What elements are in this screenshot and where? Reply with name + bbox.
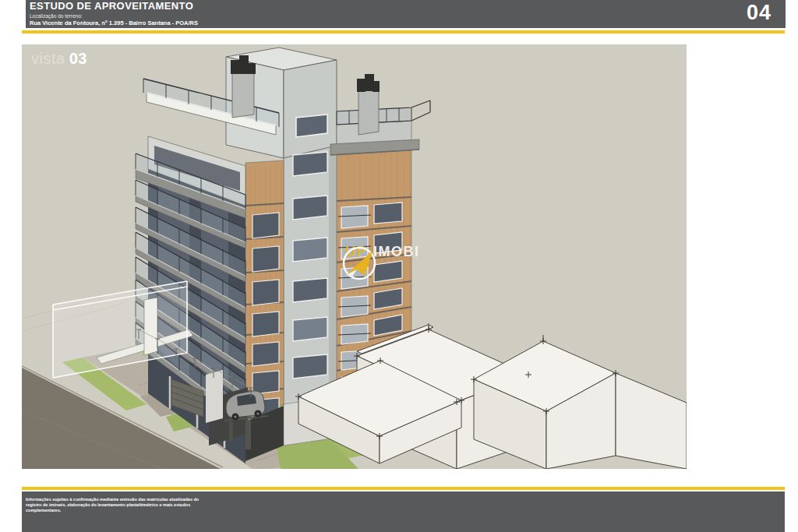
view-label: vista03 [31,50,87,68]
footer-disclaimer-line: complementares. [26,508,199,513]
yellow-divider-bottom [22,487,785,490]
view-label-number: 03 [69,50,87,67]
footer-disclaimer: Informações sujeitas à confirmação media… [26,497,199,513]
yellow-divider-top [22,30,785,33]
chimney-right [357,74,380,92]
render-viewport: vista03 UPIMOBI [22,44,687,469]
footer-disclaimer-line: registro de imóveis, elaboração do levan… [26,502,199,508]
footer-disclaimer-line: Informações sujeitas à confirmação media… [26,497,199,502]
header-bar: ESTUDO DE APROVEITAMENTO Localização do … [26,0,786,28]
footer-bar: Informações sujeitas à confirmação media… [22,491,785,532]
arrow-circle-icon [340,244,379,283]
brand-name-secondary: IMOBI [373,244,420,259]
tower-window [296,115,327,137]
brand-watermark: UPIMOBI [340,244,420,260]
location-value: Rua Vicente da Fontoura, nº 1.395 - Bair… [30,19,198,26]
view-label-prefix: vista [31,50,65,67]
presentation-slide: ESTUDO DE APROVEITAMENTO Localização do … [0,0,798,532]
page-title: ESTUDO DE APROVEITAMENTO [30,0,193,12]
page-number: 04 [747,1,772,25]
location-label: Localização do terreno: [30,13,83,19]
